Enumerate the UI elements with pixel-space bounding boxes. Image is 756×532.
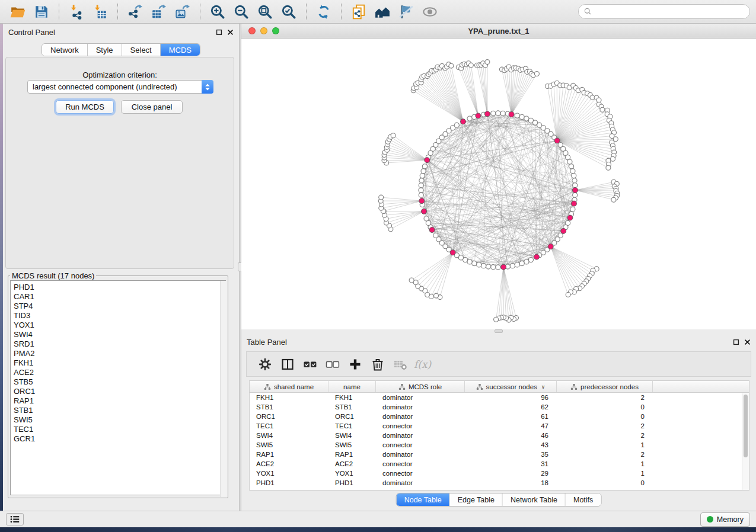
add-column-button[interactable]	[344, 354, 366, 375]
search-box[interactable]	[578, 4, 750, 19]
tab-select[interactable]: Select	[122, 44, 161, 56]
open-file-button[interactable]	[6, 2, 30, 22]
delete-column-button[interactable]	[366, 354, 389, 375]
table-cell: 1	[557, 470, 653, 477]
tab-style[interactable]: Style	[88, 44, 122, 56]
scrollbar-thumb[interactable]	[744, 395, 748, 457]
float-panel-icon[interactable]	[733, 339, 739, 345]
maximize-window-button[interactable]	[272, 27, 279, 34]
column-header-predecessor-nodes[interactable]: predecessor nodes	[557, 381, 653, 392]
table-cell: RAP1	[328, 451, 376, 458]
close-panel-icon[interactable]	[744, 339, 751, 345]
search-input[interactable]	[595, 6, 745, 18]
mcds-result-item[interactable]: STP4	[11, 302, 225, 311]
node-table: shared namenameMCDS rolesuccessor nodes∨…	[249, 380, 749, 491]
mcds-result-item[interactable]: TID3	[11, 311, 225, 321]
zoom-in-button[interactable]	[206, 2, 229, 22]
table-cell: connector	[376, 422, 465, 430]
toolbar-separator	[59, 4, 59, 20]
tab-motifs[interactable]: Motifs	[566, 493, 601, 506]
select-spinner-icon	[202, 80, 213, 94]
table-row[interactable]: STB1STB1dominator620	[250, 402, 749, 412]
table-row[interactable]: ACE2ACE2connector311	[250, 459, 749, 469]
tab-network-table[interactable]: Network Table	[503, 493, 566, 506]
splitter-grip-h[interactable]	[495, 329, 503, 333]
network-canvas[interactable]	[241, 39, 756, 329]
select-all-button[interactable]	[299, 354, 321, 375]
deselect-all-button[interactable]	[321, 354, 344, 375]
mcds-result-item[interactable]: ACE2	[11, 368, 225, 377]
control-panel-title: Control Panel	[8, 28, 55, 37]
table-scrollbar[interactable]	[742, 393, 749, 490]
close-panel-button[interactable]: Close panel	[121, 100, 183, 114]
mcds-result-item[interactable]: YOX1	[11, 321, 225, 330]
close-panel-icon[interactable]	[227, 29, 234, 36]
table-cell: PHD1	[250, 479, 328, 486]
clone-icon	[351, 4, 366, 20]
export-network-button[interactable]	[123, 2, 147, 22]
mcds-result-title: MCDS result (17 nodes)	[10, 271, 96, 280]
mcds-result-item[interactable]: TEC1	[11, 425, 225, 434]
close-window-button[interactable]	[248, 27, 256, 34]
table-row[interactable]: TEC1TEC1connector472	[250, 421, 749, 431]
horizontal-splitter[interactable]	[241, 329, 756, 334]
mcds-result-item[interactable]: CAR1	[11, 292, 225, 302]
apply-layout-button[interactable]	[312, 2, 336, 22]
column-header-name[interactable]: name	[328, 381, 376, 392]
criterion-select[interactable]: largest connected component (undirected)	[27, 80, 213, 94]
import-table-button[interactable]	[88, 2, 112, 22]
mcds-result-list[interactable]: PHD1CAR1STP4TID3YOX1SWI4SRD1PMA2FKH1ACE2…	[10, 280, 226, 495]
export-table-button[interactable]	[147, 2, 171, 22]
mcds-result-item[interactable]: PHD1	[11, 283, 225, 292]
tab-mcds[interactable]: MCDS	[161, 44, 200, 56]
table-row[interactable]: PHD1PHD1dominator180	[250, 478, 749, 488]
tab-edge-table[interactable]: Edge Table	[450, 493, 503, 506]
mcds-result-item[interactable]: SRD1	[11, 339, 225, 349]
control-panel-tabs: NetworkStyleSelectMCDS	[42, 43, 200, 56]
mcds-list-scrollbar[interactable]	[220, 281, 227, 497]
column-header-shared-name[interactable]: shared name	[250, 381, 328, 392]
import-network-button[interactable]	[65, 2, 88, 22]
mcds-result-item[interactable]: PMA2	[11, 349, 225, 358]
clone-network-button[interactable]	[347, 2, 371, 22]
mcds-result-item[interactable]: STB1	[11, 406, 225, 415]
show-columns-button[interactable]	[276, 354, 299, 375]
mcds-result-item[interactable]: ORC1	[11, 387, 225, 396]
table-cell: STB1	[328, 403, 376, 411]
tab-network[interactable]: Network	[42, 44, 88, 56]
hide-selected-button[interactable]	[394, 2, 418, 22]
table-row[interactable]: FKH1FKH1dominator962	[250, 393, 749, 402]
mcds-result-item[interactable]: GCR1	[11, 434, 225, 444]
run-mcds-button[interactable]: Run MCDS	[56, 100, 114, 114]
table-row[interactable]: RAP1RAP1dominator352	[250, 450, 749, 459]
task-history-button[interactable]	[6, 513, 24, 525]
zoom-selected-button[interactable]	[277, 2, 301, 22]
table-row[interactable]: ORC1ORC1dominator610	[250, 412, 749, 421]
column-header-successor-nodes[interactable]: successor nodes∨	[465, 381, 557, 392]
zoom-fit-button[interactable]	[253, 2, 277, 22]
table-cell: YOX1	[250, 470, 328, 477]
mcds-result-item[interactable]: STB5	[11, 377, 225, 387]
table-row[interactable]: YOX1YOX1connector291	[250, 469, 749, 478]
mcds-result-item[interactable]: SWI4	[11, 330, 225, 339]
minimize-window-button[interactable]	[260, 27, 267, 34]
export-network-icon	[127, 4, 143, 20]
table-cell: SWI5	[328, 441, 376, 448]
first-neighbors-button[interactable]	[371, 2, 394, 22]
table-cell: 2	[557, 422, 653, 430]
memory-button[interactable]: Memory	[700, 512, 750, 527]
mcds-result-item[interactable]: FKH1	[11, 358, 225, 368]
table-settings-button[interactable]	[254, 354, 276, 375]
memory-status-icon	[707, 516, 713, 523]
export-image-button[interactable]	[171, 2, 194, 22]
float-panel-icon[interactable]	[216, 29, 222, 36]
table-row[interactable]: SWI5SWI5connector431	[250, 440, 749, 450]
save-session-button[interactable]	[30, 2, 53, 22]
mcds-result-item[interactable]: SWI5	[11, 415, 225, 425]
table-row[interactable]: SWI4SWI4dominator462	[250, 431, 749, 440]
mcds-result-item[interactable]: RAP1	[11, 396, 225, 406]
network-graph[interactable]	[241, 39, 756, 329]
column-header-MCDS-role[interactable]: MCDS role	[376, 381, 465, 392]
zoom-out-button[interactable]	[229, 2, 253, 22]
tab-node-table[interactable]: Node Table	[397, 493, 450, 506]
